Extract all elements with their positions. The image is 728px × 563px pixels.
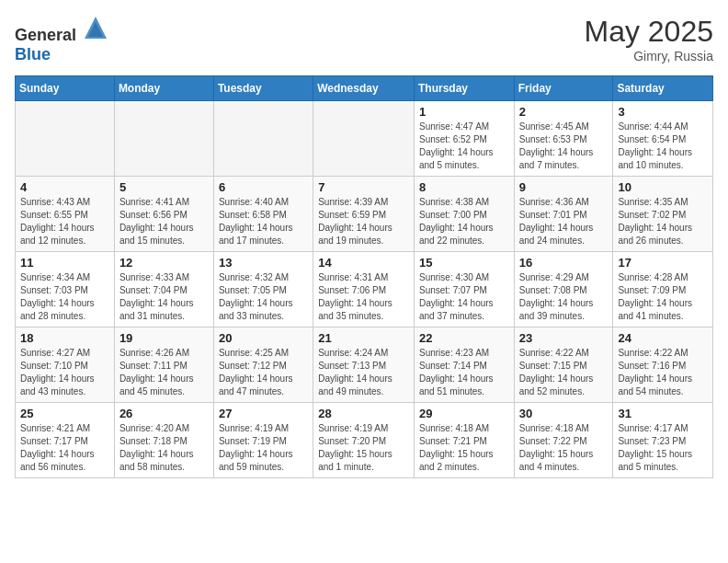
day-detail: Sunrise: 4:32 AMSunset: 7:05 PMDaylight:… xyxy=(219,271,308,323)
calendar-day-cell: 7Sunrise: 4:39 AMSunset: 6:59 PMDaylight… xyxy=(313,177,415,252)
day-detail: Sunrise: 4:44 AMSunset: 6:54 PMDaylight:… xyxy=(618,121,708,172)
day-number: 10 xyxy=(618,180,708,194)
day-detail: Sunrise: 4:18 AMSunset: 7:22 PMDaylight:… xyxy=(519,422,609,474)
calendar-header-row: SundayMondayTuesdayWednesdayThursdayFrid… xyxy=(16,76,713,101)
day-number: 26 xyxy=(119,407,209,420)
calendar-day-cell: 15Sunrise: 4:30 AMSunset: 7:07 PMDayligh… xyxy=(414,252,514,327)
logo-blue: Blue xyxy=(15,45,51,63)
day-number: 15 xyxy=(419,256,509,270)
day-number: 1 xyxy=(419,105,509,119)
day-detail: Sunrise: 4:18 AMSunset: 7:21 PMDaylight:… xyxy=(419,422,509,474)
title-block: May 2025 Gimry, Russia xyxy=(584,15,713,63)
calendar-week-row: 11Sunrise: 4:34 AMSunset: 7:03 PMDayligh… xyxy=(16,252,713,327)
month-title: May 2025 xyxy=(584,15,713,49)
day-number: 18 xyxy=(20,331,109,345)
day-detail: Sunrise: 4:29 AMSunset: 7:08 PMDaylight:… xyxy=(519,271,609,323)
day-detail: Sunrise: 4:23 AMSunset: 7:14 PMDaylight:… xyxy=(419,347,509,398)
logo-text: General Blue xyxy=(15,15,108,64)
calendar-day-cell: 23Sunrise: 4:22 AMSunset: 7:15 PMDayligh… xyxy=(514,327,613,403)
day-number: 22 xyxy=(419,331,509,345)
day-detail: Sunrise: 4:17 AMSunset: 7:23 PMDaylight:… xyxy=(618,422,708,474)
day-detail: Sunrise: 4:34 AMSunset: 7:03 PMDaylight:… xyxy=(20,271,109,323)
day-number: 6 xyxy=(219,180,308,194)
day-detail: Sunrise: 4:39 AMSunset: 6:59 PMDaylight:… xyxy=(318,196,409,247)
calendar-day-cell: 10Sunrise: 4:35 AMSunset: 7:02 PMDayligh… xyxy=(613,177,713,252)
calendar-day-cell: 13Sunrise: 4:32 AMSunset: 7:05 PMDayligh… xyxy=(213,252,313,327)
day-detail: Sunrise: 4:30 AMSunset: 7:07 PMDaylight:… xyxy=(419,271,509,323)
day-detail: Sunrise: 4:21 AMSunset: 7:17 PMDaylight:… xyxy=(20,422,109,474)
day-of-week-header: Wednesday xyxy=(313,76,415,101)
calendar-day-cell: 1Sunrise: 4:47 AMSunset: 6:52 PMDaylight… xyxy=(414,101,514,177)
day-number: 28 xyxy=(318,407,409,420)
calendar-day-cell: 17Sunrise: 4:28 AMSunset: 7:09 PMDayligh… xyxy=(613,252,713,327)
calendar-day-cell xyxy=(16,101,115,177)
calendar-day-cell: 2Sunrise: 4:45 AMSunset: 6:53 PMDaylight… xyxy=(514,101,613,177)
day-number: 30 xyxy=(519,407,609,420)
day-number: 27 xyxy=(219,407,308,420)
day-number: 25 xyxy=(20,407,109,420)
day-detail: Sunrise: 4:45 AMSunset: 6:53 PMDaylight:… xyxy=(519,121,609,172)
day-detail: Sunrise: 4:35 AMSunset: 7:02 PMDaylight:… xyxy=(618,196,708,247)
calendar-day-cell: 4Sunrise: 4:43 AMSunset: 6:55 PMDaylight… xyxy=(16,177,115,252)
day-number: 29 xyxy=(419,407,509,420)
day-number: 19 xyxy=(119,331,209,345)
day-detail: Sunrise: 4:31 AMSunset: 7:06 PMDaylight:… xyxy=(318,271,409,323)
logo-icon xyxy=(83,15,108,40)
calendar-day-cell: 21Sunrise: 4:24 AMSunset: 7:13 PMDayligh… xyxy=(313,327,415,403)
day-number: 21 xyxy=(318,331,409,345)
calendar-day-cell: 25Sunrise: 4:21 AMSunset: 7:17 PMDayligh… xyxy=(16,403,115,478)
logo-general: General xyxy=(15,26,76,44)
calendar-day-cell: 6Sunrise: 4:40 AMSunset: 6:58 PMDaylight… xyxy=(213,177,313,252)
calendar-day-cell: 8Sunrise: 4:38 AMSunset: 7:00 PMDaylight… xyxy=(414,177,514,252)
day-number: 3 xyxy=(618,105,708,119)
calendar-day-cell: 29Sunrise: 4:18 AMSunset: 7:21 PMDayligh… xyxy=(414,403,514,478)
calendar-day-cell: 26Sunrise: 4:20 AMSunset: 7:18 PMDayligh… xyxy=(114,403,213,478)
calendar-day-cell: 28Sunrise: 4:19 AMSunset: 7:20 PMDayligh… xyxy=(313,403,415,478)
day-number: 13 xyxy=(219,256,308,270)
day-number: 14 xyxy=(318,256,409,270)
day-of-week-header: Saturday xyxy=(613,76,713,101)
calendar-day-cell: 24Sunrise: 4:22 AMSunset: 7:16 PMDayligh… xyxy=(613,327,713,403)
calendar-day-cell xyxy=(213,101,313,177)
calendar-day-cell xyxy=(313,101,415,177)
logo: General Blue xyxy=(15,15,108,64)
day-number: 16 xyxy=(519,256,609,270)
calendar-day-cell: 18Sunrise: 4:27 AMSunset: 7:10 PMDayligh… xyxy=(16,327,115,403)
day-detail: Sunrise: 4:27 AMSunset: 7:10 PMDaylight:… xyxy=(20,347,109,398)
day-number: 7 xyxy=(318,180,409,194)
day-detail: Sunrise: 4:41 AMSunset: 6:56 PMDaylight:… xyxy=(119,196,209,247)
page-header: General Blue May 2025 Gimry, Russia xyxy=(15,15,713,64)
day-number: 2 xyxy=(519,105,609,119)
calendar-week-row: 4Sunrise: 4:43 AMSunset: 6:55 PMDaylight… xyxy=(16,177,713,252)
day-detail: Sunrise: 4:19 AMSunset: 7:20 PMDaylight:… xyxy=(318,422,409,474)
calendar-day-cell: 3Sunrise: 4:44 AMSunset: 6:54 PMDaylight… xyxy=(613,101,713,177)
calendar-day-cell: 12Sunrise: 4:33 AMSunset: 7:04 PMDayligh… xyxy=(114,252,213,327)
day-number: 12 xyxy=(119,256,209,270)
day-detail: Sunrise: 4:25 AMSunset: 7:12 PMDaylight:… xyxy=(219,347,308,398)
day-detail: Sunrise: 4:28 AMSunset: 7:09 PMDaylight:… xyxy=(618,271,708,323)
day-number: 4 xyxy=(20,180,109,194)
day-number: 9 xyxy=(519,180,609,194)
day-of-week-header: Thursday xyxy=(414,76,514,101)
day-detail: Sunrise: 4:36 AMSunset: 7:01 PMDaylight:… xyxy=(519,196,609,247)
calendar-day-cell: 5Sunrise: 4:41 AMSunset: 6:56 PMDaylight… xyxy=(114,177,213,252)
calendar-day-cell: 30Sunrise: 4:18 AMSunset: 7:22 PMDayligh… xyxy=(514,403,613,478)
day-detail: Sunrise: 4:38 AMSunset: 7:00 PMDaylight:… xyxy=(419,196,509,247)
day-of-week-header: Sunday xyxy=(16,76,115,101)
calendar-day-cell: 9Sunrise: 4:36 AMSunset: 7:01 PMDaylight… xyxy=(514,177,613,252)
day-detail: Sunrise: 4:40 AMSunset: 6:58 PMDaylight:… xyxy=(219,196,308,247)
calendar-day-cell: 14Sunrise: 4:31 AMSunset: 7:06 PMDayligh… xyxy=(313,252,415,327)
day-detail: Sunrise: 4:47 AMSunset: 6:52 PMDaylight:… xyxy=(419,121,509,172)
day-detail: Sunrise: 4:33 AMSunset: 7:04 PMDaylight:… xyxy=(119,271,209,323)
day-of-week-header: Tuesday xyxy=(213,76,313,101)
day-number: 23 xyxy=(519,331,609,345)
day-detail: Sunrise: 4:20 AMSunset: 7:18 PMDaylight:… xyxy=(119,422,209,474)
calendar-day-cell: 20Sunrise: 4:25 AMSunset: 7:12 PMDayligh… xyxy=(213,327,313,403)
calendar-day-cell: 16Sunrise: 4:29 AMSunset: 7:08 PMDayligh… xyxy=(514,252,613,327)
calendar-day-cell: 22Sunrise: 4:23 AMSunset: 7:14 PMDayligh… xyxy=(414,327,514,403)
day-detail: Sunrise: 4:19 AMSunset: 7:19 PMDaylight:… xyxy=(219,422,308,474)
calendar-week-row: 18Sunrise: 4:27 AMSunset: 7:10 PMDayligh… xyxy=(16,327,713,403)
calendar-day-cell: 19Sunrise: 4:26 AMSunset: 7:11 PMDayligh… xyxy=(114,327,213,403)
calendar-day-cell: 11Sunrise: 4:34 AMSunset: 7:03 PMDayligh… xyxy=(16,252,115,327)
day-detail: Sunrise: 4:26 AMSunset: 7:11 PMDaylight:… xyxy=(119,347,209,398)
